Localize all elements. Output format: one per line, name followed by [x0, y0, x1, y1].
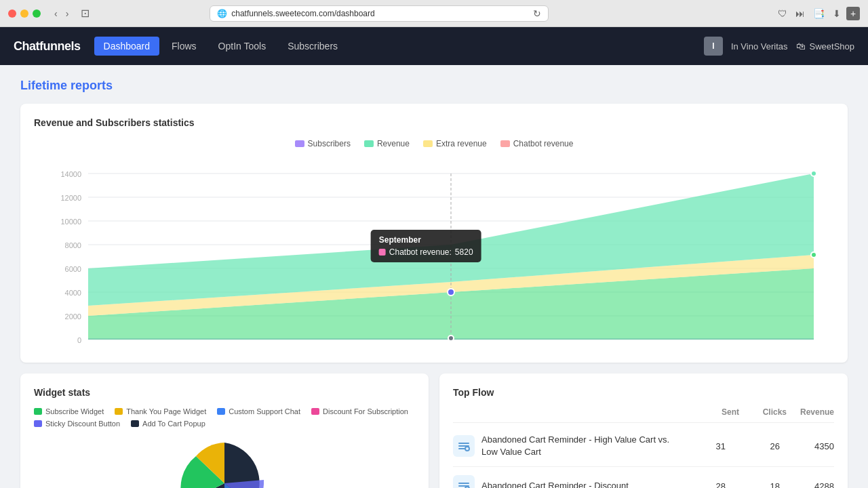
widget-stats-title: Widget stats: [34, 387, 415, 398]
browser-actions: 🛡 ⏭ 📑 ⬇ +: [775, 7, 860, 20]
pie-dot-discount-sub: [311, 408, 319, 415]
back-button[interactable]: ‹: [52, 7, 60, 20]
close-button[interactable]: [8, 9, 16, 18]
browser-chrome: ‹ › ⊡ 🌐 chatfunnels.sweetecom.com/dashbo…: [0, 0, 868, 27]
legend-chatbot-revenue-color: [500, 140, 510, 147]
svg-text:14000: 14000: [60, 170, 81, 178]
nav-right: I In Vino Veritas 🛍 SweetShop: [704, 37, 854, 56]
forward-button[interactable]: ›: [63, 7, 72, 20]
maximize-button[interactable]: [33, 9, 41, 18]
nav-subscribers[interactable]: Subscribers: [278, 37, 347, 56]
app-navbar: Chatfunnels Dashboard Flows OptIn Tools …: [0, 27, 868, 65]
address-bar[interactable]: 🌐 chatfunnels.sweetecom.com/dashboard ↻: [210, 5, 549, 22]
legend-revenue: Revenue: [364, 139, 410, 148]
download-icon[interactable]: ⬇: [830, 7, 844, 20]
refresh-button[interactable]: ↻: [533, 8, 541, 19]
minimize-button[interactable]: [20, 9, 28, 18]
svg-point-25: [448, 336, 454, 341]
legend-revenue-color: [364, 140, 374, 147]
legend-extra-revenue: Extra revenue: [423, 139, 487, 148]
page-title: Lifetime reports: [20, 79, 848, 93]
pie-legend-sticky: Sticky Discount Button: [34, 420, 120, 428]
top-flow-title: Top Flow: [453, 387, 834, 398]
store-name: SweetShop: [810, 41, 855, 52]
svg-text:10000: 10000: [60, 218, 81, 226]
flow-icon-1: [453, 475, 475, 488]
svg-text:12000: 12000: [60, 194, 81, 202]
pie-dot-subscribe: [34, 408, 42, 415]
nav-links: Dashboard Flows OptIn Tools Subscribers: [94, 37, 704, 56]
pie-dot-sticky: [34, 420, 42, 427]
svg-point-26: [811, 171, 816, 176]
app-logo: Chatfunnels: [14, 39, 81, 54]
pie-legend-cart-popup: Add To Cart Popup: [131, 420, 205, 428]
pie-dot-custom-chat: [217, 408, 225, 415]
pie-legend: Subscribe Widget Thank You Page Widget C…: [34, 407, 415, 428]
pie-chart-svg: [150, 436, 299, 488]
legend-subscribers-color: [295, 140, 304, 147]
svg-point-28: [465, 447, 469, 451]
user-avatar: I: [704, 37, 723, 56]
url-text: chatfunnels.sweetecom.com/dashboard: [231, 9, 374, 18]
pie-label-subscribe: Subscribe Widget: [45, 407, 104, 415]
flow-clicks-1: 18: [732, 481, 780, 488]
legend-subscribers: Subscribers: [295, 139, 351, 148]
pie-chart-area: [34, 436, 415, 488]
svg-text:6000: 6000: [65, 265, 81, 273]
widget-stats-card: Widget stats Subscribe Widget Thank You …: [20, 373, 429, 488]
pie-legend-custom-chat: Custom Support Chat: [217, 407, 300, 415]
sidebar-toggle-button[interactable]: ⊡: [77, 5, 94, 21]
pie-dot-cart-popup: [131, 420, 139, 427]
chart-title: Revenue and Subscribers statistics: [34, 117, 834, 128]
play-icon[interactable]: ⏭: [793, 7, 808, 20]
traffic-lights: [8, 9, 41, 18]
legend-extra-revenue-color: [423, 140, 433, 147]
flow-table: Sent Clicks Revenue Abandoned Cart Remin…: [453, 407, 834, 488]
store-info: 🛍 SweetShop: [796, 41, 855, 52]
new-tab-button[interactable]: +: [846, 7, 860, 20]
flow-row-1: Abandoned Cart Reminder - Discount 28 18…: [453, 467, 834, 488]
pie-label-custom-chat: Custom Support Chat: [229, 407, 300, 415]
pie-legend-thankyou: Thank You Page Widget: [115, 407, 206, 415]
chart-area: 0 2000 4000 6000 8000 10000 12000 14000: [34, 157, 834, 349]
flow-name-0: Abandoned Cart Reminder - High Value Car…: [481, 434, 671, 458]
svg-point-21: [448, 289, 454, 296]
legend-extra-revenue-label: Extra revenue: [436, 139, 487, 148]
flow-icon-0: [453, 435, 475, 457]
svg-text:0: 0: [77, 336, 81, 344]
globe-icon: 🌐: [217, 9, 227, 18]
bookmark-icon[interactable]: 📑: [810, 7, 827, 20]
pie-label-thankyou: Thank You Page Widget: [126, 407, 206, 415]
flow-row-0: Abandoned Cart Reminder - High Value Car…: [453, 426, 834, 467]
svg-text:2000: 2000: [65, 312, 81, 321]
pie-label-sticky: Sticky Discount Button: [45, 420, 120, 428]
shield-icon[interactable]: 🛡: [775, 7, 790, 20]
svg-text:8000: 8000: [65, 241, 81, 249]
col-revenue: Revenue: [787, 407, 834, 417]
svg-text:4000: 4000: [65, 289, 81, 297]
user-name: In Vino Veritas: [731, 41, 788, 52]
flow-sent-1: 28: [678, 481, 726, 488]
main-content: Lifetime reports Revenue and Subscribers…: [0, 65, 868, 488]
nav-dashboard[interactable]: Dashboard: [94, 37, 160, 56]
top-flow-card: Top Flow Sent Clicks Revenue Abandoned C…: [439, 373, 848, 488]
flow-revenue-1: 4288: [787, 481, 834, 488]
legend-chatbot-revenue: Chatbot revenue: [500, 139, 574, 148]
col-clicks: Clicks: [739, 407, 787, 417]
flow-clicks-0: 26: [732, 441, 780, 451]
flow-revenue-0: 4350: [787, 441, 834, 451]
legend-revenue-label: Revenue: [377, 139, 410, 148]
flow-table-header: Sent Clicks Revenue: [453, 407, 834, 423]
nav-optin-tools[interactable]: OptIn Tools: [209, 37, 276, 56]
store-icon: 🛍: [796, 41, 806, 52]
pie-label-cart-popup: Add To Cart Popup: [142, 420, 205, 428]
legend-subscribers-label: Subscribers: [308, 139, 351, 148]
chart-legend: Subscribers Revenue Extra revenue Chatbo…: [34, 139, 834, 148]
col-sent: Sent: [692, 407, 739, 417]
pie-legend-discount-sub: Discount For Subscription: [311, 407, 408, 415]
pie-dot-thankyou: [115, 408, 123, 415]
revenue-chart-card: Revenue and Subscribers statistics Subsc…: [20, 104, 848, 363]
pie-label-discount-sub: Discount For Subscription: [323, 407, 408, 415]
nav-flows[interactable]: Flows: [162, 37, 206, 56]
flow-name-1: Abandoned Cart Reminder - Discount: [481, 480, 671, 488]
